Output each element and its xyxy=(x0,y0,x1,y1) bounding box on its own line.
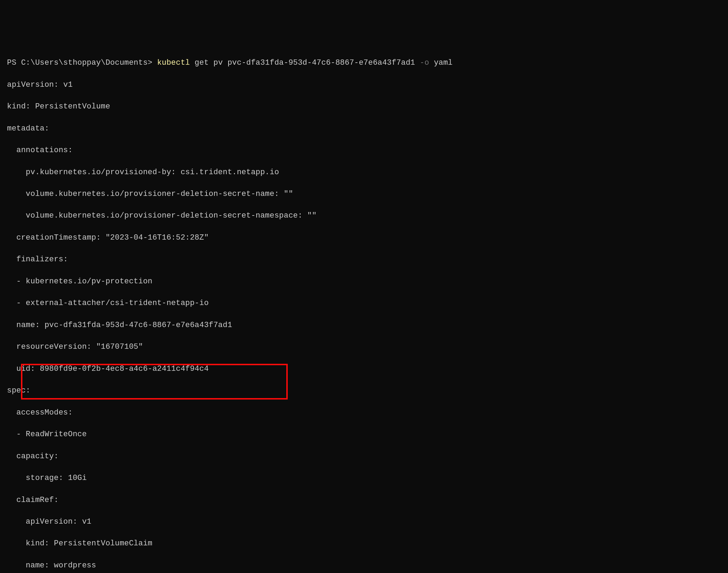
yaml-line: resourceVersion: "16707105" xyxy=(7,341,721,352)
command-name: kubectl xyxy=(157,58,190,67)
prompt-char: > xyxy=(148,58,157,67)
yaml-line: kind: PersistentVolume xyxy=(7,101,721,112)
yaml-line: - external-attacher/csi-trident-netapp-i… xyxy=(7,298,721,309)
yaml-line: apiVersion: v1 xyxy=(7,79,721,90)
yaml-line: storage: 10Gi xyxy=(7,473,721,483)
yaml-line: kind: PersistentVolumeClaim xyxy=(7,538,721,549)
yaml-line: metadata: xyxy=(7,123,721,134)
yaml-line: pv.kubernetes.io/provisioned-by: csi.tri… xyxy=(7,167,721,178)
yaml-line: capacity: xyxy=(7,451,721,462)
command-line[interactable]: PS C:\Users\sthoppay\Documents> kubectl … xyxy=(7,57,721,68)
command-flag: -o xyxy=(420,58,429,67)
yaml-line: finalizers: xyxy=(7,254,721,265)
yaml-line: creationTimestamp: "2023-04-16T16:52:28Z… xyxy=(7,232,721,243)
yaml-line: spec: xyxy=(7,385,721,396)
yaml-line: accessModes: xyxy=(7,407,721,418)
yaml-line: name: wordpress xyxy=(7,560,721,571)
prompt-path: C:\Users\sthoppay\Documents xyxy=(21,58,148,67)
yaml-line: - ReadWriteOnce xyxy=(7,429,721,440)
ps-prefix: PS xyxy=(7,58,21,67)
yaml-line: uid: 8980fd9e-0f2b-4ec8-a4c6-a2411c4f94c… xyxy=(7,363,721,374)
yaml-line: name: pvc-dfa31fda-953d-47c6-8867-e7e6a4… xyxy=(7,320,721,331)
yaml-line: volume.kubernetes.io/provisioner-deletio… xyxy=(7,210,721,221)
yaml-line: claimRef: xyxy=(7,495,721,505)
yaml-line: volume.kubernetes.io/provisioner-deletio… xyxy=(7,189,721,199)
yaml-line: apiVersion: v1 xyxy=(7,516,721,527)
command-args: get pv pvc-dfa31fda-953d-47c6-8867-e7e6a… xyxy=(190,58,420,67)
terminal-output: PS C:\Users\sthoppay\Documents> kubectl … xyxy=(7,47,721,573)
command-flag-arg: yaml xyxy=(429,58,453,67)
yaml-line: - kubernetes.io/pv-protection xyxy=(7,276,721,287)
yaml-line: annotations: xyxy=(7,145,721,156)
